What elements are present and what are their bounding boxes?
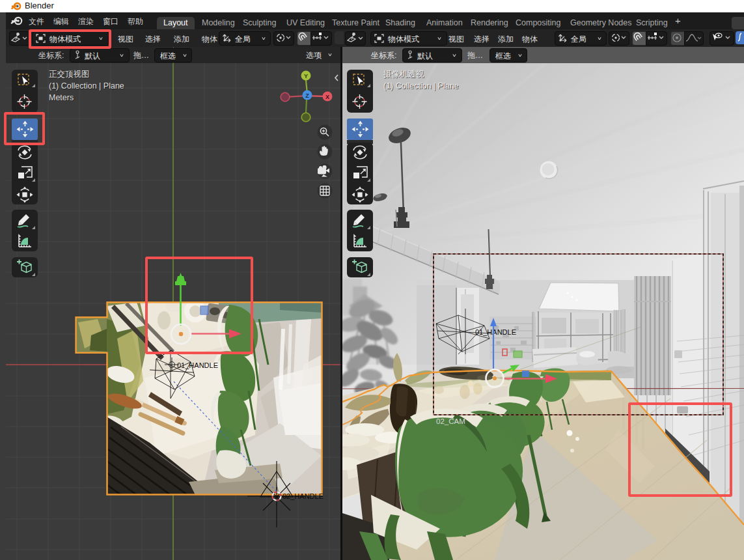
svg-text:Y: Y	[304, 73, 308, 79]
svg-text:X: X	[325, 94, 329, 100]
svg-text:02_CAM: 02_CAM	[436, 417, 465, 425]
svg-text:Meters: Meters	[49, 93, 74, 102]
svg-text:摄像机透视: 摄像机透视	[383, 70, 424, 79]
svg-text:02_HANDLE: 02_HANDLE	[282, 492, 324, 500]
svg-text:(1) Collection | Plane: (1) Collection | Plane	[49, 81, 124, 91]
svg-text:01_HANDLE: 01_HANDLE	[475, 328, 516, 336]
svg-text:01_HANDLE: 01_HANDLE	[177, 361, 218, 369]
svg-text:(1) Collection | Plane: (1) Collection | Plane	[383, 81, 459, 91]
svg-text:Z: Z	[305, 92, 309, 99]
svg-text:正交顶视图: 正交顶视图	[49, 70, 90, 79]
